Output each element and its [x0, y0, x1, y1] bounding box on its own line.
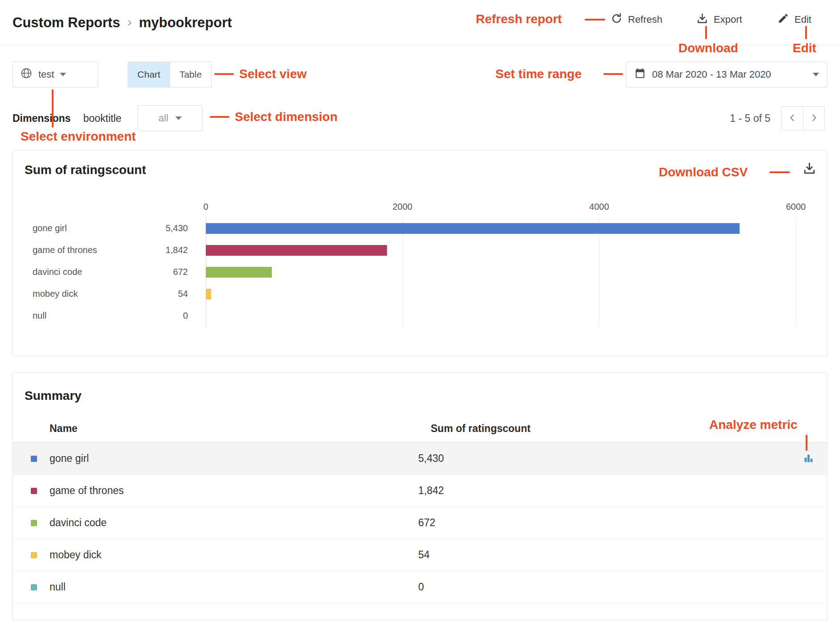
tab-chart[interactable]: Chart — [128, 62, 170, 87]
chevron-down-icon — [813, 73, 819, 76]
analyze-metric-button[interactable] — [803, 452, 815, 466]
chart-bar-row — [206, 283, 796, 305]
chart-value-label: 0 — [183, 311, 188, 321]
chart-card: Sum of ratingscount gone girl 5,430 game… — [12, 150, 828, 356]
export-download-icon — [696, 12, 708, 27]
gridline — [796, 217, 796, 327]
series-color-swatch — [31, 488, 37, 494]
table-row: null 0 — [13, 571, 827, 603]
annotation-line-select-environment — [52, 89, 54, 128]
pagination: 1 - 5 of 5 — [730, 104, 825, 132]
edit-button-label: Edit — [794, 14, 811, 25]
bar-chart-icon — [803, 452, 815, 465]
row-value: 54 — [418, 549, 815, 561]
table-row: davinci code 672 — [13, 507, 827, 539]
pagination-buttons — [781, 106, 825, 130]
chart-value-label: 5,430 — [166, 223, 188, 233]
tab-table[interactable]: Table — [170, 62, 211, 87]
chart-bar-row — [206, 261, 796, 283]
table-row: game of thrones 1,842 — [13, 475, 827, 507]
annotation-line-select-view — [214, 73, 234, 75]
summary-card: Summary Name Sum of ratingscount gone gi… — [12, 372, 828, 620]
row-name: davinci code — [50, 517, 418, 529]
date-range-picker[interactable]: 08 Mar 2020 - 13 Mar 2020 — [626, 62, 828, 87]
annotation-line-download — [705, 26, 707, 39]
summary-title: Summary — [25, 389, 82, 403]
breadcrumb-root[interactable]: Custom Reports — [12, 15, 120, 31]
annotation-download-csv: Download CSV — [659, 165, 748, 179]
chart-bar-row — [206, 239, 796, 261]
series-color-swatch — [31, 456, 37, 462]
annotation-line-analyze-metric — [806, 435, 807, 451]
calendar-icon — [634, 67, 646, 82]
row-value: 5,430 — [418, 453, 803, 465]
date-range-value: 08 Mar 2020 - 13 Mar 2020 — [652, 69, 771, 80]
x-axis-tick: 6000 — [786, 202, 806, 212]
annotation-download: Download — [678, 41, 738, 55]
environment-dropdown[interactable]: test — [12, 62, 98, 87]
chart-title: Sum of ratingscount — [25, 163, 146, 177]
chart-bar[interactable] — [206, 223, 740, 234]
chart-bar[interactable] — [206, 289, 211, 299]
chevron-down-icon — [60, 73, 66, 76]
annotation-analyze-metric: Analyze metric — [709, 418, 798, 432]
series-color-swatch — [31, 584, 37, 590]
breadcrumb-separator-icon: › — [127, 14, 132, 29]
edit-pencil-icon — [778, 12, 789, 27]
chart-row-label: gone girl 5,430 — [33, 217, 188, 239]
x-axis: 0 2000 4000 6000 — [206, 197, 796, 217]
x-axis-tick: 2000 — [392, 202, 412, 212]
chart-category-label: gone girl — [33, 223, 67, 233]
dimensions-row: Dimensions booktitle all 1 - 5 of 5 — [12, 104, 828, 132]
chart-bar-row — [206, 217, 796, 239]
row-name: game of thrones — [50, 485, 418, 497]
export-button-label: Export — [714, 14, 742, 25]
chart-value-label: 672 — [173, 267, 188, 277]
chart-row-label: davinci code 672 — [33, 261, 188, 283]
annotation-line-select-dimension — [210, 116, 229, 118]
dimension-filter-value: all — [158, 112, 168, 124]
next-page-button[interactable] — [803, 107, 824, 130]
bar-chart: gone girl 5,430 game of thrones 1,842 da… — [33, 197, 796, 327]
refresh-icon — [611, 12, 623, 27]
chart-category-label: null — [33, 311, 46, 321]
export-button[interactable]: Export — [696, 0, 742, 39]
table-row: mobey dick 54 — [13, 539, 827, 571]
row-name: mobey dick — [50, 549, 418, 561]
annotation-edit: Edit — [793, 41, 816, 55]
row-name: gone girl — [50, 453, 418, 465]
chart-labels-column: gone girl 5,430 game of thrones 1,842 da… — [33, 197, 206, 327]
annotation-line-refresh — [585, 19, 605, 21]
dimension-filter-dropdown[interactable]: all — [137, 105, 203, 131]
summary-table-header: Name Sum of ratingscount — [13, 415, 827, 443]
prev-page-button[interactable] — [782, 107, 803, 130]
chart-bar[interactable] — [206, 267, 272, 278]
series-color-swatch — [31, 520, 37, 526]
globe-icon — [20, 67, 33, 82]
summary-table: Name Sum of ratingscount gone girl 5,430 — [13, 415, 827, 603]
download-csv-button[interactable] — [803, 160, 816, 178]
chevron-left-icon — [786, 112, 798, 125]
chart-category-label: davinci code — [33, 267, 82, 277]
chart-bar-row — [206, 305, 796, 327]
refresh-button[interactable]: Refresh — [611, 0, 662, 39]
pagination-label: 1 - 5 of 5 — [730, 112, 770, 125]
dimension-name: booktitle — [83, 112, 121, 125]
series-color-swatch — [31, 552, 37, 558]
chart-bar[interactable] — [206, 245, 387, 256]
row-name: null — [50, 581, 418, 593]
download-csv-icon — [803, 162, 816, 177]
app-header: Custom Reports › mybookreport Refresh — [0, 0, 840, 46]
report-toolbar: test Chart Table 08 Mar 2020 - 13 Mar 20… — [12, 62, 828, 87]
annotation-select-environment: Select environment — [21, 129, 136, 144]
breadcrumb-current: mybookreport — [139, 15, 232, 31]
breadcrumb: Custom Reports › mybookreport — [12, 15, 232, 31]
annotation-line-edit — [805, 26, 807, 39]
annotation-select-dimension: Select dimension — [235, 110, 337, 124]
chart-row-label: mobey dick 54 — [33, 283, 188, 305]
dimensions-label: Dimensions — [12, 112, 71, 125]
annotation-set-time-range: Set time range — [495, 67, 582, 81]
chart-category-label: mobey dick — [33, 289, 78, 299]
annotation-line-download-csv — [769, 171, 790, 173]
chevron-down-icon — [175, 116, 182, 120]
